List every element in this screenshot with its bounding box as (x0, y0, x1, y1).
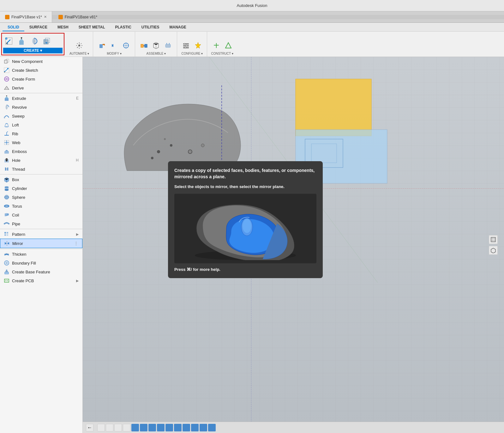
tab-sheet-metal[interactable]: SHEET METAL (74, 24, 110, 31)
bottom-icon-7[interactable] (148, 424, 156, 431)
menu-item-sphere[interactable]: Sphere (0, 193, 82, 202)
bottom-icon-10[interactable] (174, 424, 182, 431)
tab-utilities[interactable]: UTILITIES (136, 24, 165, 31)
menu-item-extrude[interactable]: Extrude E (0, 94, 82, 103)
bottom-icon-3[interactable] (114, 424, 122, 431)
tab-1[interactable]: FinalPV1Base v1* ✕ (0, 11, 52, 22)
hole-shortcut: H (76, 158, 79, 162)
menu-item-rib[interactable]: Rib (0, 129, 82, 138)
menu-item-create-base-feature[interactable]: Create Base Feature (0, 267, 82, 276)
modify-icon3[interactable] (121, 40, 131, 51)
configure-icon1[interactable] (181, 40, 191, 51)
menu-item-loft[interactable]: Loft (0, 120, 82, 129)
tab-plastic[interactable]: PLASTIC (110, 24, 136, 31)
bottom-icon-11[interactable] (183, 424, 190, 431)
automate-label[interactable]: AUTOMATE ▾ (69, 52, 89, 55)
tab-surface[interactable]: SURFACE (24, 24, 52, 31)
assemble-icon2[interactable] (151, 40, 161, 51)
construct-label[interactable]: CONSTRUCT ▾ (211, 52, 233, 55)
menu-item-create-sketch[interactable]: + Create Sketch (0, 66, 82, 75)
toolbar-extrude[interactable] (16, 35, 27, 47)
tab-manage[interactable]: MANAGE (164, 24, 191, 31)
assemble-icon1[interactable] (139, 40, 149, 51)
bottom-icon-8[interactable] (157, 424, 165, 431)
svg-rect-58 (5, 280, 6, 281)
bottom-icon-1[interactable] (97, 424, 105, 431)
bottom-icon-6[interactable] (140, 424, 147, 431)
menu-item-create-pcb[interactable]: Create PCB ▶ (0, 276, 82, 285)
menu-item-create-form[interactable]: Create Form (0, 75, 82, 83)
tab1-close[interactable]: ✕ (44, 15, 47, 19)
bottom-icon-4[interactable] (123, 424, 130, 431)
app-title: Autodesk Fusion (237, 3, 267, 8)
canvas-area[interactable]: ← (83, 57, 504, 433)
bottom-icon-14[interactable] (208, 424, 216, 431)
toolbar-revolve[interactable] (28, 35, 40, 47)
menu-item-coil[interactable]: Coil (0, 210, 82, 219)
bottom-icon-12[interactable] (191, 424, 199, 431)
extrude-shortcut: E (76, 96, 79, 101)
toolbar-create-sketch[interactable]: + (3, 35, 15, 47)
modify-icon2[interactable] (109, 40, 119, 51)
menu-item-hole-label: Hole (12, 158, 73, 163)
tab-bar: FinalPV1Base v1* ✕ FinalPV1Base v81* (0, 11, 504, 23)
modify-icons (97, 40, 131, 51)
construct-icon2[interactable] (223, 40, 233, 51)
svg-point-65 (170, 144, 172, 147)
bottom-icon-2[interactable] (106, 424, 113, 431)
svg-rect-59 (7, 280, 8, 281)
menu-item-hole[interactable]: Hole H (0, 156, 82, 165)
automate-icon[interactable] (74, 40, 84, 51)
menu-item-new-component[interactable]: New Component (0, 57, 82, 66)
tab-solid[interactable]: SOLID (3, 24, 24, 31)
menu-item-pattern-label: Pattern (12, 232, 74, 237)
assemble-icon3[interactable] (163, 40, 173, 51)
toolbar-new-component[interactable]: + (41, 35, 52, 47)
svg-rect-35 (4, 151, 9, 154)
menu-item-pattern[interactable]: Pattern ▶ (0, 230, 82, 239)
menu-item-torus[interactable]: Torus (0, 202, 82, 210)
revolve-icon (4, 104, 9, 110)
toolbar-section-automate: AUTOMATE ▾ (66, 32, 93, 57)
modify-label[interactable]: MODIFY ▾ (107, 52, 121, 55)
tab1-icon (5, 15, 9, 19)
sweep-icon (4, 113, 9, 119)
menu-item-boundary-fill[interactable]: Boundary Fill (0, 259, 82, 267)
mirror-icon (4, 241, 10, 246)
create-button[interactable]: CREATE ▾ (3, 48, 63, 53)
menu-item-mirror-label: Mirror (12, 241, 71, 246)
svg-point-17 (184, 43, 185, 45)
mirror-dots[interactable]: ⋮ (74, 241, 78, 246)
assemble-label[interactable]: ASSEMBLE ▾ (147, 52, 166, 55)
menu-item-pipe[interactable]: Pipe (0, 219, 82, 228)
configure-icon2[interactable] (193, 40, 203, 51)
toolbar-section-assemble: ASSEMBLE ▾ (135, 32, 177, 57)
menu-item-revolve[interactable]: Revolve (0, 103, 82, 112)
modify-icon1[interactable] (97, 40, 107, 51)
configure-label[interactable]: CONFIGURE ▾ (182, 52, 203, 55)
tab-mesh[interactable]: MESH (52, 24, 74, 31)
view-icon-2[interactable] (489, 246, 498, 255)
menu-item-mirror[interactable]: Mirror ⋮ (0, 239, 82, 248)
menu-item-sweep[interactable]: Sweep (0, 112, 82, 120)
menu-item-thicken[interactable]: Thicken (0, 250, 82, 259)
create-dropdown-menu: New Component + Create Sketch Create For… (0, 57, 83, 433)
create-pcb-icon (4, 278, 9, 284)
svg-point-41 (5, 189, 9, 191)
nav-back-btn[interactable]: ← (86, 424, 93, 431)
construct-icon1[interactable] (211, 40, 221, 51)
menu-item-thread[interactable]: Thread (0, 165, 82, 174)
menu-item-emboss[interactable]: Emboss (0, 147, 82, 156)
menu-item-web[interactable]: Web (0, 138, 82, 147)
menu-item-new-component-label: New Component (12, 59, 79, 64)
svg-rect-57 (4, 279, 9, 282)
view-icon-1[interactable] (489, 235, 498, 244)
menu-item-derive[interactable]: Derive (0, 83, 82, 92)
bottom-icon-5[interactable] (131, 424, 139, 431)
menu-item-cylinder[interactable]: Cylinder (0, 184, 82, 193)
svg-point-66 (151, 157, 153, 159)
bottom-icon-9[interactable] (165, 424, 173, 431)
menu-item-box[interactable]: Box (0, 175, 82, 184)
svg-text:+: + (45, 40, 47, 45)
bottom-icon-13[interactable] (200, 424, 207, 431)
